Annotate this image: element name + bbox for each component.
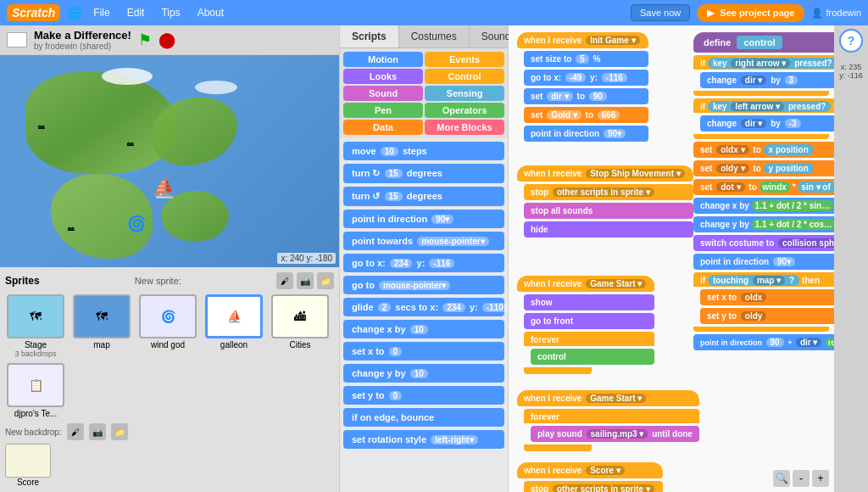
block-set-x-oldx[interactable]: set x to oldx: [700, 289, 834, 305]
block-set-gold[interactable]: set Gold ▾ to 666: [524, 107, 648, 123]
sprite-galleon[interactable]: ⛵ galleon: [203, 294, 264, 358]
cat-motion[interactable]: Motion: [343, 52, 423, 67]
stop-button[interactable]: ⬤: [159, 31, 175, 49]
menu-file[interactable]: File: [88, 5, 114, 20]
cat-looks[interactable]: Looks: [343, 69, 423, 84]
script-define-control: define control if key right arrow ▾ pres…: [687, 32, 834, 352]
sprite-cities[interactable]: 🏙 Cities: [270, 294, 331, 358]
cat-events[interactable]: Events: [425, 52, 504, 67]
block-point-dir-formula[interactable]: point in direction 90 + dir ▾ round dir: [693, 334, 834, 350]
block-move[interactable]: move 10 steps: [343, 142, 504, 160]
sprite-cities-name: Cities: [289, 340, 310, 349]
block-set-size[interactable]: set size to 5 %: [524, 51, 648, 67]
cat-data[interactable]: Data: [343, 120, 423, 135]
block-change-y[interactable]: change y by 10: [343, 364, 504, 383]
block-stop-all-sounds[interactable]: stop all sounds: [524, 203, 693, 219]
new-sprite-camera[interactable]: 📷: [297, 272, 314, 289]
block-if-left[interactable]: if key left arrow ▾ pressed? then: [693, 98, 834, 113]
backdrop-camera-btn[interactable]: 📷: [89, 423, 106, 440]
block-point-dir-init[interactable]: point in direction 90▾: [524, 126, 648, 142]
hat-game-start-1[interactable]: when I receive Game Start ▾: [517, 276, 654, 292]
scratch-logo[interactable]: Scratch: [7, 4, 60, 21]
block-stop-other[interactable]: stop other scripts in sprite ▾: [524, 184, 693, 200]
stage-area[interactable]: ⛵ 🏘 🏘 🏘 🌀 x: 240 y: -180: [0, 55, 339, 267]
block-set-oldy[interactable]: set oldy ▾ to y position: [693, 160, 834, 176]
block-go-front[interactable]: go to front: [524, 313, 654, 329]
sprite-windgod-thumb: 🌀: [139, 294, 197, 338]
xy-readout: x: 235 y: -116: [839, 63, 863, 80]
block-go-to[interactable]: go to mouse-pointer▾: [343, 276, 504, 294]
save-now-button[interactable]: Save now: [631, 4, 690, 21]
block-switch-costume[interactable]: switch costume to collision sphere: [693, 235, 834, 251]
block-change-x[interactable]: change x by 10: [343, 320, 504, 338]
block-show[interactable]: show: [524, 294, 654, 310]
sprite-map[interactable]: 🗺 map: [71, 294, 132, 358]
menu-edit[interactable]: Edit: [122, 5, 150, 20]
see-project-button[interactable]: ▶ See project page: [697, 4, 804, 22]
menu-about[interactable]: About: [192, 5, 229, 20]
hat-score[interactable]: when I receive Score ▾: [517, 462, 663, 478]
block-glide[interactable]: glide 2 secs to x: 234 y: -110: [343, 298, 504, 316]
block-set-dot[interactable]: set dot ▾ to windx * sin ▾ of dir +: [693, 179, 834, 195]
tab-scripts[interactable]: Scripts: [340, 25, 399, 48]
scripts-canvas[interactable]: when I receive Init Game ▾ set size to 5…: [509, 25, 834, 492]
cat-control[interactable]: Control: [425, 69, 504, 84]
block-point-dir-90[interactable]: point in direction 90▾: [693, 254, 834, 270]
block-change-dir-right[interactable]: change dir ▾ by 3: [700, 72, 834, 88]
block-turn-cw[interactable]: turn ↻ 15 degrees: [343, 164, 504, 183]
block-set-dir-init[interactable]: set dir ▾ to 90: [524, 88, 648, 104]
backdrop-folder-btn[interactable]: 📁: [111, 423, 128, 440]
block-goto-xy-init[interactable]: go to x: -49 y: -116: [524, 70, 648, 86]
hat-stop-ship[interactable]: when I receive Stop Ship Movement ▾: [517, 165, 693, 182]
block-forever-1[interactable]: forever: [524, 332, 654, 346]
block-set-y-oldy[interactable]: set y to oldy: [700, 308, 834, 324]
script-init-game: when I receive Init Game ▾ set size to 5…: [517, 32, 648, 143]
block-point-dir[interactable]: point in direction 90▾: [343, 210, 504, 228]
block-hide[interactable]: hide: [524, 221, 693, 238]
tabs: Scripts Costumes Sounds: [340, 25, 508, 48]
green-flag-button[interactable]: ⚑: [138, 31, 152, 49]
sprite-djpro[interactable]: 📋 djpro's Te...: [5, 363, 66, 418]
tab-costumes[interactable]: Costumes: [399, 25, 470, 48]
block-change-y-formula[interactable]: change y by 1.1 + dot / 2 * cos…: [693, 216, 834, 232]
sprite-stage[interactable]: 🗺 Stage 3 backdrops: [5, 294, 66, 358]
cat-more-blocks[interactable]: More Blocks: [425, 120, 504, 135]
block-play-sound[interactable]: play sound sailing.mp3 ▾ until done: [531, 426, 699, 442]
block-set-y[interactable]: set y to 0: [343, 386, 504, 405]
block-change-x-formula[interactable]: change x by 1.1 + dot / 2 * sin…: [693, 198, 834, 214]
block-if-edge-bounce[interactable]: if on edge, bounce: [343, 408, 504, 427]
block-set-oldx[interactable]: set oldx ▾ to x position: [693, 142, 834, 158]
cat-pen[interactable]: Pen: [343, 103, 423, 118]
block-set-x[interactable]: set x to 0: [343, 342, 504, 361]
hat-init-game[interactable]: when I receive Init Game ▾: [517, 32, 648, 48]
new-sprite-folder[interactable]: 📁: [317, 272, 334, 289]
block-control-call[interactable]: control: [531, 349, 654, 365]
hat-game-start-2[interactable]: when I receive Game Start ▾: [517, 390, 699, 406]
block-if-touching[interactable]: if touching map ▾ ? then: [693, 272, 834, 287]
block-point-towards[interactable]: point towards mouse-pointer▾: [343, 232, 504, 250]
block-change-dir-left[interactable]: change dir ▾ by -3: [700, 115, 834, 131]
block-set-rotation[interactable]: set rotation style left-right▾: [343, 430, 504, 449]
cat-sensing[interactable]: Sensing: [425, 86, 504, 101]
sprite-stage-name: Stage: [25, 340, 47, 349]
cat-sound[interactable]: Sound: [343, 86, 423, 101]
backdrop-paint-btn[interactable]: 🖌: [67, 423, 84, 440]
block-go-xy[interactable]: go to x: 234 y: -116: [343, 254, 504, 272]
block-define-control[interactable]: define control: [693, 32, 834, 53]
block-stop-scripts-score[interactable]: stop other scripts in sprite ▾: [524, 481, 663, 492]
help-button[interactable]: ?: [839, 29, 863, 53]
cat-operators[interactable]: Operators: [425, 103, 504, 118]
sprite-windgod[interactable]: 🌀 wind god: [137, 294, 198, 358]
zoom-reset-btn[interactable]: +: [812, 470, 829, 487]
menu-tips[interactable]: Tips: [156, 5, 185, 20]
sprites-title: Sprites: [5, 275, 40, 287]
new-sprite-paint[interactable]: 🖌: [276, 272, 293, 289]
zoom-in-btn[interactable]: 🔍: [773, 470, 790, 487]
globe-icon[interactable]: 🌐: [67, 6, 81, 20]
block-forever-2[interactable]: forever: [524, 409, 699, 423]
block-turn-ccw[interactable]: turn ↺ 15 degrees: [343, 187, 504, 206]
backdrop-score[interactable]: Score: [5, 444, 51, 487]
zoom-out-btn[interactable]: -: [793, 470, 810, 487]
script-game-start-show: when I receive Game Start ▾ show go to f…: [517, 276, 654, 374]
block-if-right[interactable]: if key right arrow ▾ pressed? then: [693, 55, 834, 70]
